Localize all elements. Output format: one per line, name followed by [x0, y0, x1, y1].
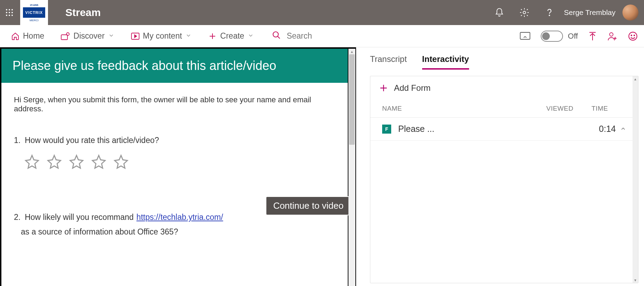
- form-scrollbar[interactable]: ▲: [348, 49, 355, 286]
- svg-point-6: [6, 15, 7, 16]
- user-name-label[interactable]: Serge Tremblay: [562, 8, 621, 17]
- plus-icon: [208, 32, 217, 40]
- toggle-label: Off: [568, 32, 578, 41]
- col-name: NAME: [382, 105, 546, 112]
- embedded-form: Please give us feedback about this artic…: [1, 49, 348, 286]
- svg-point-12: [66, 33, 69, 35]
- chevron-down-icon: [185, 31, 192, 41]
- autoplay-toggle[interactable]: Off: [541, 31, 578, 42]
- panel-scrollbar[interactable]: ▲ ▼: [633, 76, 638, 283]
- svg-point-0: [6, 9, 7, 10]
- q2-number: 2.: [14, 211, 21, 223]
- cast-icon: [520, 32, 530, 40]
- upload-icon: [588, 31, 597, 41]
- star-icon[interactable]: [47, 154, 62, 169]
- bell-icon: [494, 8, 504, 17]
- scroll-down-icon[interactable]: ▼: [633, 277, 638, 283]
- tab-interactivity[interactable]: Interactivity: [422, 54, 469, 70]
- logo-mid-text: VICTRIX: [23, 7, 45, 18]
- q1-number: 1.: [14, 134, 21, 146]
- form-row[interactable]: F Please ... 0:14: [370, 118, 638, 141]
- star-icon[interactable]: [69, 154, 84, 169]
- question-icon: [545, 7, 554, 18]
- smiley-icon: [628, 31, 638, 41]
- svg-point-1: [9, 9, 10, 10]
- toggle-knob: [542, 32, 550, 40]
- scroll-thumb[interactable]: [349, 54, 355, 145]
- tab-transcript[interactable]: Transcript: [370, 54, 407, 70]
- app-title: Stream: [65, 7, 101, 18]
- nav-my-content[interactable]: My content: [123, 25, 200, 47]
- q2-text-a: How likely will you recommand: [25, 211, 134, 223]
- interactivity-panel: Add Form NAME VIEWED TIME F Please ... 0…: [370, 76, 638, 283]
- form-title: Please give us feedback about this artic…: [1, 49, 348, 83]
- home-icon: [11, 32, 19, 40]
- waffle-icon: [6, 9, 13, 16]
- svg-rect-15: [520, 32, 530, 39]
- plus-icon: [379, 83, 388, 93]
- q1-text: How would you rate this article/video?: [25, 134, 159, 146]
- avatar[interactable]: [622, 5, 638, 21]
- svg-point-14: [273, 32, 279, 37]
- nav-home-label: Home: [23, 31, 44, 41]
- app-launcher[interactable]: [0, 3, 19, 22]
- svg-point-16: [610, 33, 613, 36]
- row-time: 0:14: [591, 124, 616, 134]
- star-icon[interactable]: [24, 154, 40, 169]
- settings-button[interactable]: [512, 0, 537, 25]
- svg-point-8: [11, 15, 13, 16]
- row-name: Please ...: [398, 124, 434, 134]
- toggle-track: [541, 31, 563, 42]
- nav-mycontent-label: My content: [143, 31, 182, 41]
- scroll-up-icon[interactable]: ▲: [633, 76, 638, 82]
- scroll-up-icon[interactable]: ▲: [348, 49, 355, 54]
- svg-point-5: [11, 12, 13, 13]
- notifications-button[interactable]: [487, 0, 512, 25]
- search-icon: [272, 31, 281, 42]
- chevron-down-icon: [248, 31, 254, 41]
- nav-discover-label: Discover: [73, 31, 104, 41]
- form-privacy-note: Hi Serge, when you submit this form, the…: [14, 95, 335, 113]
- star-rating[interactable]: [14, 154, 335, 169]
- feedback-button[interactable]: [628, 31, 638, 41]
- help-button[interactable]: [537, 0, 562, 25]
- add-form-button[interactable]: Add Form: [370, 76, 638, 100]
- col-time: TIME: [591, 105, 626, 112]
- add-form-label: Add Form: [394, 83, 430, 93]
- video-region: Please give us feedback about this artic…: [0, 47, 356, 286]
- side-tabs: Transcript Interactivity: [370, 54, 644, 74]
- svg-point-7: [9, 15, 10, 16]
- star-icon[interactable]: [113, 154, 129, 169]
- nav-home[interactable]: Home: [3, 25, 53, 47]
- nav-create-label: Create: [220, 31, 244, 41]
- question-1: 1. How would you rate this article/video…: [14, 134, 335, 169]
- col-viewed: VIEWED: [546, 105, 591, 112]
- svg-point-9: [523, 11, 526, 14]
- svg-point-19: [634, 35, 635, 35]
- svg-rect-11: [61, 35, 67, 40]
- star-icon[interactable]: [91, 154, 106, 169]
- nav-create[interactable]: Create: [200, 25, 262, 47]
- gear-icon: [519, 7, 530, 18]
- svg-point-10: [549, 15, 550, 16]
- chevron-up-icon[interactable]: [616, 124, 626, 134]
- tenant-logo[interactable]: 15 ANS VICTRIX MERCI: [20, 0, 48, 25]
- logo-top-text: 15 ANS: [30, 2, 38, 7]
- svg-point-17: [629, 32, 637, 40]
- cast-button[interactable]: [520, 32, 530, 40]
- svg-point-4: [9, 12, 10, 13]
- q2-link[interactable]: https://techlab.ytria.com/: [136, 211, 223, 223]
- upload-button[interactable]: [588, 31, 597, 41]
- search-input[interactable]: [287, 31, 377, 41]
- nav-discover[interactable]: Discover: [53, 25, 122, 47]
- person-add-icon: [607, 31, 618, 41]
- svg-point-3: [6, 12, 7, 13]
- continue-to-video-button[interactable]: Continue to video: [266, 196, 351, 215]
- logo-bottom-text: MERCI: [30, 18, 39, 23]
- forms-icon: F: [382, 125, 391, 134]
- mycontent-icon: [131, 33, 139, 40]
- add-people-button[interactable]: [607, 31, 618, 41]
- discover-icon: [61, 32, 70, 40]
- chevron-down-icon: [108, 31, 114, 41]
- q2-text-b: as a source of information about Office …: [14, 226, 178, 238]
